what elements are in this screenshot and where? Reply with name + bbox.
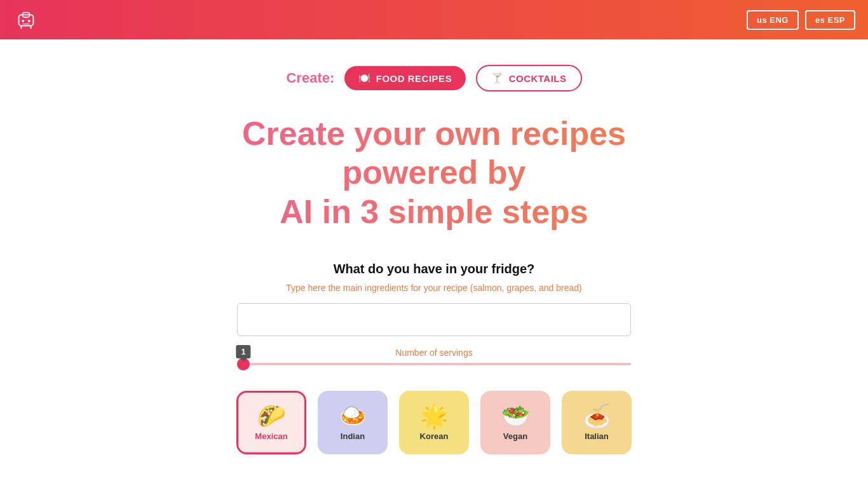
- cocktails-icon: 🍸: [491, 72, 504, 84]
- cuisine-card-korean[interactable]: 🌟Korean: [399, 391, 469, 454]
- hero-heading: Create your own recipes powered by AI in…: [180, 114, 688, 231]
- servings-slider[interactable]: [237, 363, 631, 365]
- korean-icon: 🌟: [420, 405, 449, 428]
- lang-switcher: us ENG es ESP: [747, 10, 855, 30]
- logo: [13, 6, 39, 33]
- vegan-icon: 🥗: [501, 405, 530, 428]
- vegan-name: Vegan: [503, 431, 527, 441]
- cuisine-row: 🌮Mexican🍛Indian🌟Korean🥗Vegan🍝Italian: [236, 391, 632, 454]
- slider-section: Number of servings 1: [237, 348, 631, 365]
- main-content: Create: 🍽️ FOOD RECIPES 🍸 COCKTAILS Crea…: [0, 39, 868, 454]
- cocktails-tab[interactable]: 🍸 COCKTAILS: [476, 65, 581, 92]
- food-icon: 🍽️: [358, 72, 371, 84]
- fridge-title: What do you have in your fridge?: [334, 262, 535, 276]
- cuisine-card-italian[interactable]: 🍝Italian: [562, 391, 632, 454]
- indian-name: Indian: [341, 431, 365, 441]
- italian-name: Italian: [585, 431, 609, 441]
- food-recipes-tab[interactable]: 🍽️ FOOD RECIPES: [344, 66, 466, 90]
- cuisine-card-indian[interactable]: 🍛Indian: [318, 391, 388, 454]
- create-tabs-row: Create: 🍽️ FOOD RECIPES 🍸 COCKTAILS: [286, 65, 581, 92]
- fridge-subtitle: Type here the main ingredients for your …: [286, 283, 581, 293]
- food-recipes-label: FOOD RECIPES: [376, 73, 452, 84]
- lang-esp-button[interactable]: es ESP: [805, 10, 855, 30]
- korean-name: Korean: [420, 431, 449, 441]
- fridge-subtitle-end: ): [579, 283, 582, 293]
- svg-point-3: [28, 20, 31, 22]
- servings-label: Number of servings: [395, 348, 472, 358]
- cuisine-card-vegan[interactable]: 🥗Vegan: [480, 391, 550, 454]
- hero-heading-line1: Create your own recipes powered by: [242, 115, 626, 191]
- italian-icon: 🍝: [583, 405, 611, 428]
- svg-point-2: [22, 20, 24, 22]
- fridge-subtitle-plain: Type here the main ingredients for your …: [286, 283, 473, 293]
- cocktails-label: COCKTAILS: [509, 73, 567, 84]
- cuisine-card-mexican[interactable]: 🌮Mexican: [236, 391, 306, 454]
- header: us ENG es ESP: [0, 0, 868, 39]
- mexican-name: Mexican: [255, 431, 287, 441]
- indian-icon: 🍛: [339, 405, 367, 428]
- mexican-icon: 🌮: [257, 405, 286, 428]
- create-label: Create:: [286, 70, 334, 86]
- lang-eng-button[interactable]: us ENG: [747, 10, 799, 30]
- fridge-section: What do you have in your fridge? Type he…: [237, 262, 631, 454]
- ingredients-input[interactable]: [237, 303, 631, 336]
- fridge-subtitle-example: salmon, grapes, and bread: [473, 283, 579, 293]
- slider-wrapper: 1: [237, 363, 631, 365]
- hero-heading-line2: AI in 3 simple steps: [280, 193, 588, 230]
